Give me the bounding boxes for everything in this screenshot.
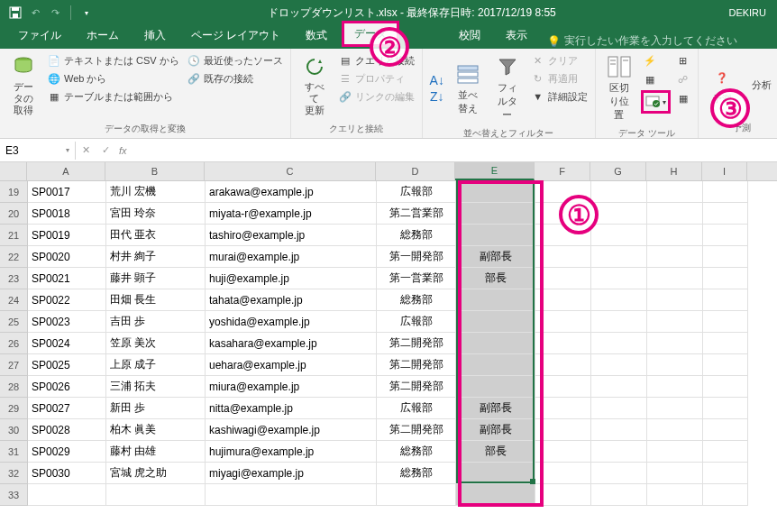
rowhead[interactable]: 27	[0, 354, 27, 376]
rowhead[interactable]: 19	[0, 181, 27, 203]
tab-insert[interactable]: 挿入	[132, 23, 178, 49]
cell[interactable]	[647, 311, 703, 333]
user-label[interactable]: DEKIRU	[728, 7, 766, 18]
cell[interactable]	[647, 203, 703, 225]
cell[interactable]: yoshida@example.jp	[206, 311, 377, 333]
cell[interactable]	[535, 246, 591, 268]
cell[interactable]: SP0019	[28, 225, 106, 246]
tab-view[interactable]: 表示	[493, 23, 540, 49]
cell[interactable]: 部長	[456, 268, 535, 289]
cell[interactable]: arakawa@example.jp	[206, 181, 377, 203]
rowhead[interactable]: 21	[0, 225, 27, 246]
cell[interactable]: 笠原 美次	[106, 333, 206, 354]
cell[interactable]: 第一開発部	[377, 246, 456, 268]
cell[interactable]	[591, 441, 647, 463]
cell[interactable]	[535, 268, 591, 289]
cell[interactable]	[703, 268, 748, 289]
colhead-e[interactable]: E	[455, 162, 535, 180]
colhead-i[interactable]: I	[702, 162, 747, 180]
cell[interactable]: nitta@example.jp	[206, 398, 377, 419]
rowhead[interactable]: 28	[0, 376, 27, 398]
cell[interactable]	[456, 225, 535, 246]
cell[interactable]	[456, 333, 535, 354]
rowhead[interactable]: 24	[0, 289, 27, 311]
cell[interactable]: huji@example.jp	[206, 268, 377, 289]
manage-data-model[interactable]: ▦	[674, 90, 692, 106]
cell[interactable]	[456, 354, 535, 376]
cell[interactable]: 副部長	[456, 246, 535, 268]
cell[interactable]: SP0027	[28, 398, 106, 419]
tab-home[interactable]: ホーム	[74, 23, 132, 49]
rowhead[interactable]: 26	[0, 333, 27, 354]
cell[interactable]: tahata@example.jp	[206, 289, 377, 311]
cell[interactable]: SP0017	[28, 181, 106, 203]
chevron-down-icon[interactable]: ▾	[66, 146, 69, 154]
cell[interactable]: 第二開発部	[377, 333, 456, 354]
sort-button[interactable]: 並べ替え	[450, 52, 486, 124]
recent-sources[interactable]: 🕓最近使ったソース	[185, 52, 285, 69]
cell[interactable]	[647, 484, 703, 506]
refresh-all-button[interactable]: すべて 更新	[297, 52, 333, 119]
cell[interactable]	[206, 484, 377, 506]
cell[interactable]: 第二開発部	[377, 376, 456, 398]
cell[interactable]: 副部長	[456, 419, 535, 441]
from-table-range[interactable]: ▦テーブルまたは範囲から	[45, 88, 181, 105]
sort-desc[interactable]: Z↓	[428, 88, 446, 105]
undo-icon[interactable]: ↶	[27, 5, 43, 21]
cell[interactable]	[647, 181, 703, 203]
cell[interactable]	[703, 333, 748, 354]
cell[interactable]	[647, 398, 703, 419]
cell[interactable]: 上原 成子	[106, 354, 206, 376]
colhead-g[interactable]: G	[590, 162, 646, 180]
cell[interactable]: miyagi@example.jp	[206, 463, 377, 484]
cell[interactable]	[703, 246, 748, 268]
cell[interactable]	[647, 441, 703, 463]
flash-fill[interactable]: ⚡	[641, 52, 671, 69]
fx-icon[interactable]: fx	[115, 145, 131, 156]
cell[interactable]: 総務部	[377, 441, 456, 463]
consolidate[interactable]: ⊞	[674, 52, 692, 69]
save-icon[interactable]	[7, 5, 23, 21]
colhead-d[interactable]: D	[376, 162, 455, 180]
cell[interactable]: 第二開発部	[377, 419, 456, 441]
cell[interactable]	[591, 203, 647, 225]
cell[interactable]: 田畑 長生	[106, 289, 206, 311]
cell[interactable]	[28, 484, 106, 506]
cell[interactable]	[591, 333, 647, 354]
cell[interactable]: SP0026	[28, 376, 106, 398]
cell[interactable]: 藤井 顕子	[106, 268, 206, 289]
cell[interactable]	[647, 463, 703, 484]
cell[interactable]	[535, 311, 591, 333]
cell[interactable]	[703, 311, 748, 333]
cell[interactable]: SP0030	[28, 463, 106, 484]
cell[interactable]	[377, 484, 456, 506]
cell[interactable]: tashiro@example.jp	[206, 225, 377, 246]
cell[interactable]: kashiwagi@example.jp	[206, 419, 377, 441]
cell[interactable]	[703, 484, 748, 506]
cell[interactable]	[703, 398, 748, 419]
tab-formulas[interactable]: 数式	[293, 23, 340, 49]
cell[interactable]: SP0018	[28, 203, 106, 225]
cell[interactable]: SP0023	[28, 311, 106, 333]
colhead-h[interactable]: H	[646, 162, 702, 180]
cell[interactable]: 総務部	[377, 289, 456, 311]
rowhead[interactable]: 30	[0, 419, 27, 441]
cell[interactable]: 副部長	[456, 398, 535, 419]
cell[interactable]: 柏木 眞美	[106, 419, 206, 441]
data-validation-button[interactable]: ▾	[641, 90, 671, 114]
cell[interactable]: SP0024	[28, 333, 106, 354]
cell[interactable]	[456, 484, 535, 506]
cell[interactable]: 新田 歩	[106, 398, 206, 419]
cell[interactable]	[703, 441, 748, 463]
sort-asc[interactable]: A↓	[428, 72, 446, 88]
tab-review[interactable]: 校閲	[446, 23, 493, 49]
cell[interactable]	[456, 376, 535, 398]
cell[interactable]: 田代 亜衣	[106, 225, 206, 246]
cell[interactable]: 広報部	[377, 181, 456, 203]
cell[interactable]	[456, 289, 535, 311]
cell[interactable]: 総務部	[377, 225, 456, 246]
cancel-formula-icon[interactable]: ✕	[76, 144, 96, 156]
from-web[interactable]: 🌐Web から	[45, 70, 181, 87]
cell[interactable]	[591, 289, 647, 311]
cell[interactable]: murai@example.jp	[206, 246, 377, 268]
